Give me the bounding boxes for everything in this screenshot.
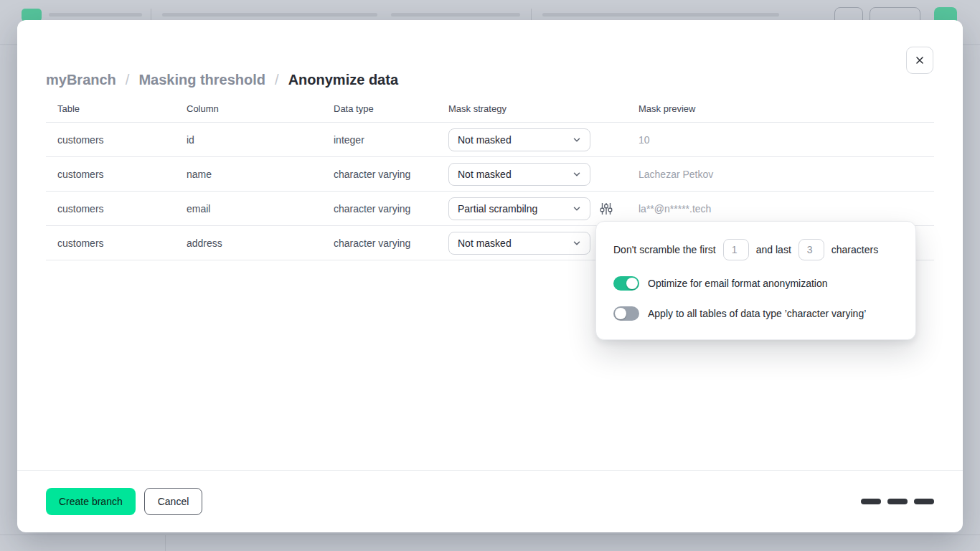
page-skeleton-bar [49,13,142,17]
page-skeleton-bar [162,13,377,17]
mask-strategy-select[interactable]: Not masked [448,128,590,151]
mask-strategy-select[interactable]: Partial scrambilng [448,197,590,220]
cell-mask-preview: Lachezar Petkov [627,169,934,180]
cell-data-type: character varying [322,203,437,215]
sidebar-edge-divider [165,535,166,551]
cell-mask-strategy: Not masked [437,128,627,151]
cell-mask-strategy: Partial scrambilng [437,197,627,220]
chevron-down-icon [571,134,583,146]
mask-strategy-select[interactable]: Not masked [448,163,590,186]
scramble-range-setting: Don't scramble the first and last charac… [613,239,898,260]
chevron-down-icon [571,237,583,249]
table-header-cell: Data type [322,103,437,114]
table-header-cell: Mask strategy [437,103,627,114]
breadcrumb-separator: / [275,72,279,88]
mask-strategy-select[interactable]: Not masked [448,232,590,255]
mask-strategy-value: Partial scrambilng [458,203,537,215]
cell-mask-preview: 10 [627,134,934,146]
dash [861,499,881,504]
scramble-text-middle: and last [756,244,791,255]
breadcrumb: myBranch/Masking threshold/Anonymize dat… [46,72,398,88]
cell-mask-preview: la**@n*****.tech [627,203,934,215]
chevron-down-icon [571,203,583,215]
cell-table: customers [46,134,175,146]
cell-mask-strategy: Not masked [437,163,627,186]
cell-table: customers [46,169,175,180]
scramble-text-suffix: characters [831,244,878,255]
table-header-cell: Mask preview [627,103,934,114]
first-chars-input[interactable] [723,239,749,260]
table-header-cell: Table [46,103,175,114]
cancel-button[interactable]: Cancel [144,488,203,515]
dash [887,499,908,504]
anonymize-data-modal: myBranch/Masking threshold/Anonymize dat… [17,20,963,532]
mask-strategy-value: Not masked [458,237,512,249]
mask-strategy-value: Not masked [458,169,512,180]
cell-data-type: character varying [322,237,437,249]
table-row: customers id integer Not masked [46,123,934,157]
cell-data-type: integer [322,134,437,146]
toggle-label: Optimize for email format anonymization [648,278,828,289]
mask-settings-button[interactable] [599,202,613,216]
toggle-row: Apply to all tables of data type ’charac… [613,306,898,321]
toggle-switch[interactable] [613,276,639,291]
page-skeleton-bar [542,13,779,17]
toggle-switch[interactable] [613,306,639,321]
breadcrumb-item: Anonymize data [288,72,398,88]
cell-column: id [175,134,322,146]
toggle-label: Apply to all tables of data type ’charac… [648,308,866,319]
chevron-down-icon [571,169,583,180]
page-skeleton-bar [391,13,520,17]
sliders-icon [599,202,613,216]
mask-strategy-value: Not masked [458,134,512,146]
dash [914,499,934,504]
cell-table: customers [46,203,175,215]
create-branch-button[interactable]: Create branch [46,488,136,515]
cell-data-type: character varying [322,169,437,180]
breadcrumb-item[interactable]: myBranch [46,72,116,88]
table-header-cell: Column [175,103,322,114]
table-header-row: TableColumnData typeMask strategyMask pr… [46,95,934,123]
close-button[interactable] [906,47,933,74]
scramble-settings-popover: Don't scramble the first and last charac… [595,221,916,340]
table-row: customers name character varying Not mas… [46,157,934,192]
cell-column: address [175,237,322,249]
modal-footer: Create branch Cancel [17,470,963,532]
scramble-text-prefix: Don't scramble the first [613,244,716,255]
page-bottom-divider [0,534,980,535]
cell-column: name [175,169,322,180]
close-icon [914,55,925,66]
cell-table: customers [46,237,175,249]
toggle-row: Optimize for email format anonymization [613,276,898,291]
cell-column: email [175,203,322,215]
last-chars-input[interactable] [798,239,824,260]
drag-handle-dashes [861,499,934,504]
breadcrumb-separator: / [126,72,130,88]
breadcrumb-item[interactable]: Masking threshold [138,72,265,88]
